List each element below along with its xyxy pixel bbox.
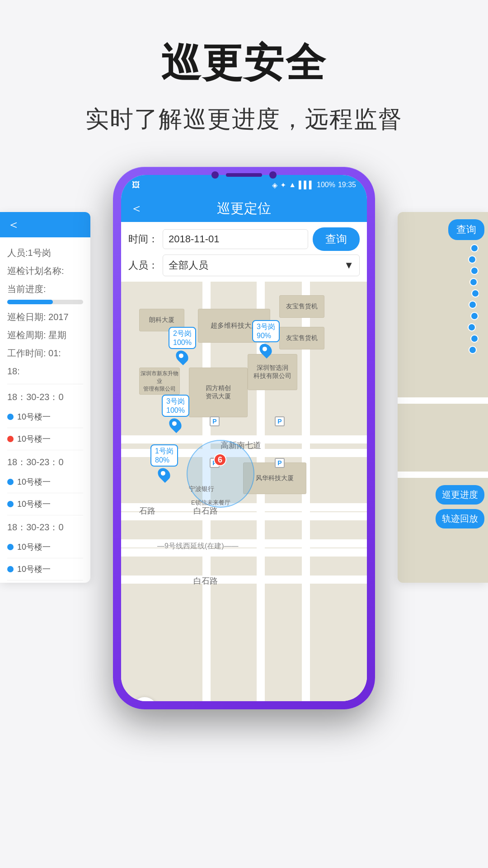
bank-label: 宁波银行 <box>189 485 214 493</box>
list-item-5: 10号楼一 <box>7 536 83 558</box>
sensor-dot-icon <box>269 171 277 179</box>
person-label: 人员:1号岗 <box>7 244 83 262</box>
status-photo-icon: 🖼 <box>132 180 140 190</box>
position-badge: 6 <box>214 453 226 466</box>
svg-point-8 <box>471 335 478 342</box>
sub-title: 实时了解巡更进度，远程监督 <box>0 104 488 135</box>
marker-3-gang-left: 3号岗100% <box>162 395 189 431</box>
list-item-3: 10号楼一 <box>7 471 83 493</box>
work-time-label: 工作时间: 01: <box>7 344 83 362</box>
dot-blue-icon-3 <box>7 501 14 507</box>
person-select[interactable]: 全部人员 ▼ <box>163 255 360 276</box>
time-range2: 18：30-23：0 <box>7 453 83 471</box>
person-select-value: 全部人员 <box>169 259 208 272</box>
route-dots-right <box>452 239 479 366</box>
person-row: 人员： 全部人员 ▼ <box>128 255 360 276</box>
phone-outer: 🖼 ◈ ✦ ▲ ▌▌▌ 100% 19:35 ＜ 巡更定位 <box>113 167 375 709</box>
time-row: 时间： 2018-11-01 查询 <box>128 227 360 251</box>
phone-frame: 🖼 ◈ ✦ ▲ ▌▌▌ 100% 19:35 ＜ 巡更定位 <box>113 167 375 709</box>
geofence-circle <box>187 440 254 508</box>
list-item-1: 10号楼一 <box>7 406 83 428</box>
parking-icon-2: P <box>275 416 285 426</box>
bluetooth-icon: ✦ <box>280 181 286 189</box>
time-range: 18：30-23：0 <box>7 388 83 406</box>
status-right: ◈ ✦ ▲ ▌▌▌ 100% 19:35 <box>272 181 356 189</box>
road-label-5: 石路 <box>139 505 155 516</box>
marker-2-label: 2号岗100% <box>169 327 196 349</box>
marker-1-gang: 1号岗80% <box>150 444 178 481</box>
svg-point-0 <box>471 245 478 252</box>
dot-blue-icon-5 <box>7 566 14 572</box>
time-label: 时间： <box>128 232 158 246</box>
work-time2: 18: <box>7 362 83 380</box>
cycle-label: 巡检周期: 星期 <box>7 326 83 344</box>
list-item-6: 10号楼一 <box>7 558 83 580</box>
dot-blue-icon <box>7 414 14 420</box>
marker-2-gang: 2号岗100% <box>169 327 196 363</box>
app-bar: ＜ 巡更定位 <box>121 195 367 222</box>
dot-red-icon <box>7 436 14 442</box>
svg-point-1 <box>469 256 476 263</box>
marker-3-left-label: 3号岗100% <box>162 395 189 417</box>
camera-row <box>211 171 277 179</box>
track-playback-button[interactable]: 轨迹回放 <box>436 509 484 528</box>
svg-point-5 <box>469 301 476 308</box>
svg-point-6 <box>471 312 478 320</box>
right-button-group: 巡更进度 轨迹回放 <box>436 485 484 528</box>
road-h-4 <box>121 512 367 520</box>
back-button[interactable]: ＜ <box>130 200 143 217</box>
right-map-area: 查询 <box>398 212 488 583</box>
search-area: 时间： 2018-11-01 查询 人员： 全部人员 ▼ <box>121 222 367 282</box>
time-display: 19:35 <box>338 181 356 189</box>
date-label: 巡检日期: 2017 <box>7 308 83 326</box>
road-h-7 <box>121 576 367 584</box>
main-title: 巡更安全 <box>0 36 488 90</box>
list-item-4: 10号楼一 <box>7 493 83 515</box>
right-panel: 查询 <box>398 212 488 583</box>
road-h-3 <box>121 503 367 511</box>
left-panel-content: 人员:1号岗 巡检计划名称: 当前进度: 巡检日期: 2017 巡检周期: 星期… <box>0 237 90 583</box>
marker-3-top-label: 3号岗90% <box>252 320 280 342</box>
app-bar-title: 巡更定位 <box>217 199 271 218</box>
svg-point-7 <box>468 324 475 331</box>
status-left: 🖼 <box>132 180 140 190</box>
building-5: 四方精创资讯大厦 <box>189 368 248 417</box>
marker-3-gang-top: 3号岗90% <box>252 320 280 357</box>
patrol-progress-button[interactable]: 巡更进度 <box>436 485 484 505</box>
battery-level: 100% <box>317 181 335 189</box>
parking-icon-1: P <box>210 416 220 426</box>
marker-2-pin <box>174 348 191 365</box>
list-item-2: 10号楼一 <box>7 428 83 450</box>
right-query-button[interactable]: 查询 <box>448 219 484 240</box>
restaurant-label: E锁信未来餐厅 <box>191 499 230 507</box>
marker-3-top-pin <box>257 341 274 359</box>
phone-scene: ＜ 人员:1号岗 巡检计划名称: 当前进度: 巡检日期: 2017 巡检周期: … <box>0 158 488 845</box>
date-input[interactable]: 2018-11-01 <box>163 229 308 249</box>
left-panel-header: ＜ <box>0 212 90 237</box>
building-3: 友宝售货机 <box>279 295 324 318</box>
svg-point-4 <box>472 290 479 297</box>
header-section: 巡更安全 实时了解巡更进度，远程监督 <box>0 0 488 153</box>
time-range3: 18：30-23：0 <box>7 518 83 536</box>
dropdown-icon: ▼ <box>344 259 354 271</box>
location-icon: ◈ <box>272 181 277 189</box>
road-label-4: 白石路 <box>193 576 218 586</box>
wifi-icon: ▲ <box>289 181 296 189</box>
person-filter-label: 人员： <box>128 259 158 272</box>
current-position-marker: 6 <box>214 453 226 466</box>
plan-label: 巡检计划名称: <box>7 262 83 280</box>
dot-blue-icon-2 <box>7 479 14 485</box>
svg-point-3 <box>470 278 477 286</box>
camera-dot-icon <box>211 171 219 179</box>
road-label-3: —9号线西延线(在建)—— <box>157 542 239 551</box>
left-panel: ＜ 人员:1号岗 巡检计划名称: 当前进度: 巡检日期: 2017 巡检周期: … <box>0 212 90 583</box>
marker-1-label: 1号岗80% <box>150 444 178 467</box>
svg-point-2 <box>471 267 478 274</box>
map-area: 超多维科技大厦 朗科大厦 友宝售货机 友宝售货机 四方精创资讯大厦 深圳智选润科… <box>121 282 367 701</box>
building-8: 深圳市新东升物业管理有限公司 <box>139 368 180 395</box>
query-button[interactable]: 查询 <box>313 227 360 251</box>
dot-blue-icon-4 <box>7 544 14 550</box>
building-6: 深圳智选润科技有限公司 <box>248 354 297 390</box>
phone-screen: 🖼 ◈ ✦ ▲ ▌▌▌ 100% 19:35 ＜ 巡更定位 <box>121 175 367 701</box>
bottom-fade <box>0 778 488 868</box>
